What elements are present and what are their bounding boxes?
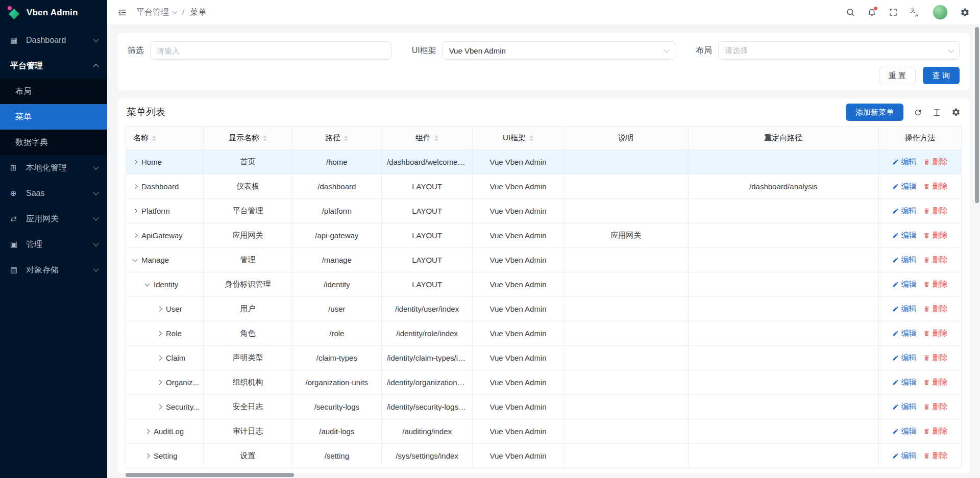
sidebar-item-localization[interactable]: ⊞本地化管理 [0, 155, 107, 181]
column-settings-gear-icon[interactable] [951, 108, 961, 117]
cell-display: 声明类型 [204, 346, 292, 370]
expand-row-icon[interactable] [157, 307, 162, 312]
table-row[interactable]: Security...安全日志/security-logs/identity/s… [126, 395, 962, 419]
delete-link[interactable]: 删除 [923, 231, 947, 240]
translate-icon[interactable]: 文A [910, 7, 920, 17]
logo[interactable]: Vben Admin [0, 0, 107, 26]
ui-framework-select[interactable]: Vue Vben Admin [443, 41, 676, 60]
expand-row-icon[interactable] [157, 331, 162, 336]
horizontal-scrollbar-thumb[interactable] [126, 473, 294, 477]
sidebar-item-saas[interactable]: ⊕Saas [0, 181, 107, 206]
table-row[interactable]: Home首页/home/dashboard/welcome/in...Vue V… [126, 150, 962, 174]
table-row[interactable]: Role角色/role/identity/role/indexVue Vben … [126, 321, 962, 346]
cell-desc [564, 272, 688, 297]
column-header-framework[interactable]: UI框架 [473, 127, 564, 150]
column-header-name[interactable]: 名称 [126, 127, 204, 150]
expand-row-icon[interactable] [133, 209, 138, 214]
sidebar-fold-icon[interactable] [117, 8, 127, 17]
sidebar-item-storage[interactable]: ▤对象存储 [0, 257, 107, 283]
edit-link[interactable]: 编辑 [892, 402, 916, 412]
reset-button[interactable]: 重 置 [879, 67, 916, 84]
settings-gear-icon[interactable] [960, 8, 970, 17]
edit-link[interactable]: 编辑 [892, 231, 916, 240]
delete-link[interactable]: 删除 [923, 426, 947, 436]
delete-link[interactable]: 删除 [923, 206, 947, 216]
edit-link[interactable]: 编辑 [892, 182, 916, 191]
column-header-display[interactable]: 显示名称 [204, 127, 292, 150]
table-row[interactable]: Setting设置/setting/sys/settings/indexVue … [126, 444, 962, 468]
table-row[interactable]: ApiGateway应用网关/api-gatewayLAYOUTVue Vben… [126, 223, 962, 248]
column-header-component[interactable]: 组件 [381, 127, 472, 150]
edit-link[interactable]: 编辑 [892, 304, 916, 314]
table-row[interactable]: User用户/user/identity/user/indexVue Vben … [126, 297, 962, 321]
delete-link[interactable]: 删除 [923, 304, 947, 314]
refresh-icon[interactable] [914, 108, 922, 117]
expand-row-icon[interactable] [157, 405, 162, 410]
vertical-scrollbar-thumb[interactable] [975, 27, 979, 203]
sort-icon[interactable] [344, 135, 348, 141]
add-menu-button[interactable]: 添加新菜单 [846, 104, 903, 121]
cell-component: LAYOUT [381, 174, 472, 199]
edit-link[interactable]: 编辑 [892, 206, 916, 216]
edit-link[interactable]: 编辑 [892, 280, 916, 289]
expand-row-icon[interactable] [157, 380, 162, 385]
table-row[interactable]: Identity身份标识管理/identityLAYOUTVue Vben Ad… [126, 272, 962, 297]
column-header-path[interactable]: 路径 [292, 127, 381, 150]
sort-icon[interactable] [152, 135, 156, 141]
delete-link[interactable]: 删除 [923, 182, 947, 191]
trash-icon [923, 404, 930, 410]
row-height-icon[interactable] [933, 108, 941, 117]
filter-keyword-input[interactable] [150, 41, 391, 60]
fullscreen-icon[interactable] [889, 8, 898, 17]
sidebar-item-dashboard[interactable]: ▦Dashboard [0, 28, 107, 53]
expand-row-icon[interactable] [145, 429, 150, 434]
delete-link[interactable]: 删除 [923, 280, 947, 289]
sort-icon[interactable] [434, 135, 438, 141]
edit-link[interactable]: 编辑 [892, 426, 916, 436]
edit-link[interactable]: 编辑 [892, 255, 916, 265]
table-row[interactable]: Claim声明类型/claim-types/identity/claim-typ… [126, 346, 962, 370]
cell-actions: 编辑删除 [878, 321, 961, 346]
edit-link[interactable]: 编辑 [892, 157, 916, 167]
table-row[interactable]: Dashboard仪表板/dashboardLAYOUTVue Vben Adm… [126, 174, 962, 199]
expand-row-icon[interactable] [133, 233, 138, 238]
expand-row-icon[interactable] [145, 454, 150, 459]
edit-link[interactable]: 编辑 [892, 378, 916, 387]
sidebar-subitem-menu[interactable]: 菜单 [0, 104, 107, 130]
sidebar-subitem-layout[interactable]: 布局 [0, 79, 107, 104]
sort-icon[interactable] [529, 135, 533, 141]
sidebar-item-gateway[interactable]: ⇄应用网关 [0, 206, 107, 232]
delete-link[interactable]: 删除 [923, 329, 947, 338]
search-icon[interactable] [846, 8, 855, 17]
table-row[interactable]: Organiz...组织机构/organization-units/identi… [126, 370, 962, 395]
expand-row-icon[interactable] [133, 160, 138, 165]
delete-link[interactable]: 删除 [923, 255, 947, 265]
sidebar-subitem-dictionary[interactable]: 数据字典 [0, 130, 107, 155]
delete-link[interactable]: 删除 [923, 353, 947, 363]
row-name: Home [141, 158, 162, 166]
edit-link[interactable]: 编辑 [892, 329, 916, 338]
breadcrumb-item-platform[interactable]: 平台管理 [136, 7, 177, 18]
edit-link[interactable]: 编辑 [892, 451, 916, 461]
delete-link[interactable]: 删除 [923, 451, 947, 461]
avatar[interactable] [933, 5, 948, 20]
table-row[interactable]: Platform平台管理/platformLAYOUTVue Vben Admi… [126, 199, 962, 223]
collapse-row-icon[interactable] [145, 281, 150, 286]
sort-icon[interactable] [263, 135, 267, 141]
delete-link[interactable]: 删除 [923, 402, 947, 412]
bell-icon[interactable] [867, 8, 876, 17]
expand-row-icon[interactable] [133, 184, 138, 189]
delete-link[interactable]: 删除 [923, 378, 947, 387]
sidebar-item-manage[interactable]: ▣管理 [0, 232, 107, 257]
delete-link[interactable]: 删除 [923, 157, 947, 167]
table-row[interactable]: Manage管理/manageLAYOUTVue Vben Admin编辑删除 [126, 248, 962, 272]
chevron-up-icon [93, 64, 99, 69]
layout-select[interactable]: 请选择 [718, 41, 960, 60]
search-button[interactable]: 查 询 [923, 67, 960, 84]
edit-link[interactable]: 编辑 [892, 353, 916, 363]
collapse-row-icon[interactable] [133, 257, 138, 262]
sidebar-item-platform[interactable]: 平台管理 [0, 53, 107, 79]
table-row[interactable]: AuditLog审计日志/audit-logs/auditing/indexVu… [126, 419, 962, 444]
expand-row-icon[interactable] [157, 356, 162, 361]
cell-framework: Vue Vben Admin [473, 444, 564, 468]
